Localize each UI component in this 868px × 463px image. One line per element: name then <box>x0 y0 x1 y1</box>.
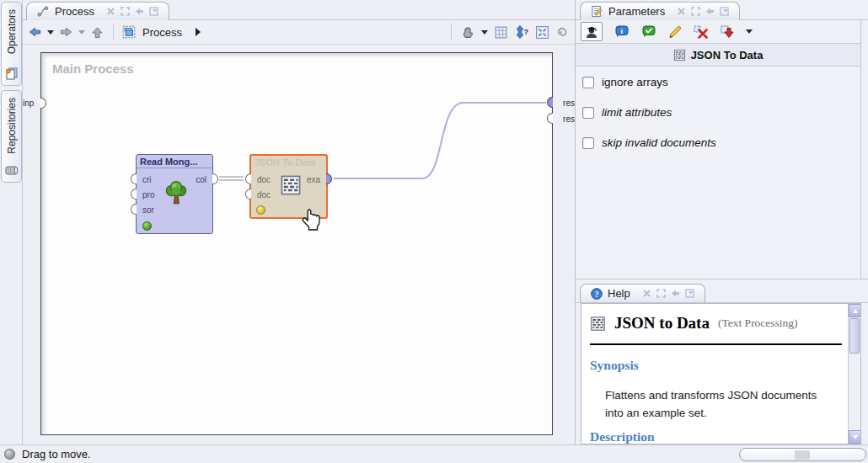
process-tabrow: Process <box>23 0 575 20</box>
port-doc-2-label: doc <box>257 190 271 200</box>
port-exa-label: exa <box>307 175 320 184</box>
status-dot-green <box>142 221 152 231</box>
operator-person-icon <box>584 24 599 40</box>
scroll-down-button[interactable] <box>849 430 861 444</box>
forward-history-dropdown[interactable] <box>78 30 85 35</box>
export-parameters-button[interactable] <box>720 24 735 40</box>
up-arrow-icon <box>853 309 858 313</box>
sidebar-tab-operators-label: Operators <box>6 9 18 54</box>
checkbox-limit-attributes[interactable] <box>582 107 594 119</box>
auto-arrange-icon[interactable]: ? <box>514 24 529 40</box>
memory-monitor-thumb <box>795 450 810 460</box>
param-label: limit attributes <box>602 106 672 119</box>
synopsis-heading: Synopsis <box>590 358 844 373</box>
checkbox-skip-invalid-documents[interactable] <box>582 137 594 149</box>
memory-monitor-bar[interactable] <box>739 448 866 461</box>
selected-operator-title: JSON To Data <box>691 49 764 61</box>
toolbar-separator <box>451 24 452 40</box>
maximize-icon[interactable] <box>121 7 130 16</box>
port-cri[interactable] <box>131 173 137 184</box>
detach-window-icon[interactable] <box>149 7 158 16</box>
port-cri-label: cri <box>142 175 152 184</box>
help-panel: ? Help <box>576 279 868 444</box>
port-doc-2[interactable] <box>245 189 251 200</box>
breadcrumb[interactable]: Process <box>142 26 182 39</box>
svg-text:?: ? <box>524 28 529 36</box>
param-label: ignore arrays <box>602 76 668 88</box>
status-led-icon <box>4 449 15 460</box>
divider <box>590 343 842 345</box>
canvas-result-port-2[interactable] <box>547 113 553 124</box>
back-button[interactable] <box>28 25 42 40</box>
detach-window-icon[interactable] <box>685 289 694 298</box>
sidebar-tab-repositories-label: Repositories <box>6 98 18 154</box>
show-info-button[interactable]: i <box>613 24 630 39</box>
scrollbar-thumb[interactable] <box>849 318 860 354</box>
help-tab-label: Help <box>608 287 630 300</box>
auto-wire-clip-icon[interactable] <box>555 25 570 40</box>
validate-button[interactable] <box>640 24 656 39</box>
maximize-icon[interactable] <box>691 7 700 16</box>
canvas-result-port-1-label: res <box>563 98 575 108</box>
status-dot-yellow <box>256 205 265 215</box>
help-content: JSON to Data (Text Processing) Synopsis … <box>581 303 861 444</box>
zoom-fit-icon[interactable] <box>535 25 549 40</box>
help-scrollbar[interactable] <box>848 304 860 444</box>
show-grid-icon[interactable] <box>494 25 508 40</box>
dock-left-icon[interactable] <box>135 7 144 16</box>
port-doc-1[interactable] <box>245 173 251 184</box>
maximize-icon[interactable] <box>656 289 666 298</box>
edit-pencil-button[interactable] <box>667 24 683 40</box>
tab-parameters[interactable]: Parameters <box>580 2 740 20</box>
port-pro[interactable] <box>131 189 137 200</box>
hand-cursor <box>301 208 323 233</box>
operators-icon <box>5 67 19 80</box>
param-row-limit-attributes: limit attributes <box>582 106 672 119</box>
help-tabrow: ? Help <box>576 279 868 303</box>
breadcrumb-expand-arrow[interactable] <box>196 28 201 36</box>
sidebar-tab-repositories[interactable]: Repositories <box>1 90 22 183</box>
dock-left-icon[interactable] <box>671 289 680 298</box>
up-one-level-button[interactable] <box>90 25 104 40</box>
checkbox-ignore-arrays[interactable] <box>582 77 594 88</box>
parameters-panel: Parameters i <box>576 0 868 279</box>
repositories-icon <box>5 163 19 177</box>
back-history-dropdown[interactable] <box>47 30 54 35</box>
drag-mode-hand-icon[interactable] <box>461 25 475 40</box>
canvas-result-port-1[interactable] <box>547 97 553 108</box>
status-text: Drag to move. <box>22 448 91 460</box>
toolbar-separator <box>113 24 114 40</box>
connections-layer <box>41 53 554 436</box>
forward-button[interactable] <box>59 25 73 40</box>
tab-process[interactable]: Process <box>26 2 169 20</box>
sidebar-tab-operators[interactable]: Operators <box>1 2 22 86</box>
help-title: JSON to Data <box>614 314 710 333</box>
close-icon[interactable] <box>677 7 686 16</box>
export-dropdown[interactable] <box>746 29 753 34</box>
process-icon <box>37 5 50 18</box>
param-row-skip-invalid-documents: skip invalid documents <box>582 136 716 149</box>
close-icon[interactable] <box>642 289 651 298</box>
port-sor[interactable] <box>131 204 137 215</box>
scroll-up-button[interactable] <box>849 304 861 317</box>
synopsis-text: Flattens and transforms JSON documents i… <box>605 386 820 422</box>
detach-window-icon[interactable] <box>720 7 729 16</box>
left-dock-bar: Operators Repositories <box>0 0 23 444</box>
help-icon: ? <box>591 288 603 300</box>
dock-left-icon[interactable] <box>705 7 715 16</box>
tree-icon <box>163 180 189 205</box>
port-sor-label: sor <box>142 205 154 215</box>
operator-info-button[interactable] <box>581 22 603 41</box>
close-icon[interactable] <box>106 7 115 16</box>
drag-mode-dropdown[interactable] <box>481 30 488 35</box>
process-canvas[interactable]: Main Process inp res res Read Mong... cr… <box>40 52 553 435</box>
delete-parameter-button[interactable] <box>694 24 709 40</box>
parameters-icon <box>591 5 603 18</box>
json-document-icon <box>673 49 686 61</box>
process-tab-label: Process <box>55 5 94 18</box>
json-document-icon <box>280 174 302 196</box>
canvas-result-port-2-label: res <box>563 114 575 124</box>
description-heading: Description <box>590 429 844 444</box>
operator-node-read-mongo[interactable]: Read Mong... cri pro sor col <box>136 154 213 234</box>
tab-help[interactable]: ? Help <box>580 284 705 302</box>
